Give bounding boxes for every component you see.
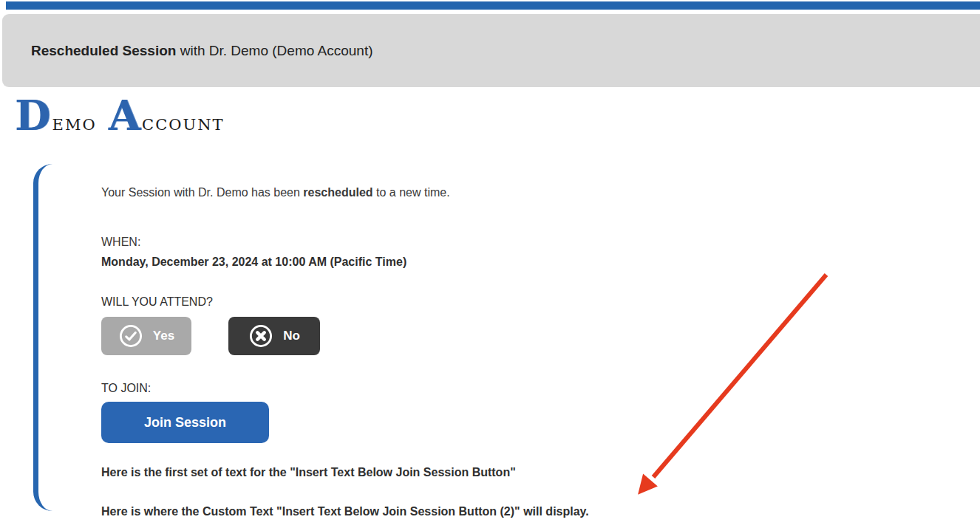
demo-account-logo: DEMOACCOUNT: [15, 95, 226, 136]
intro-text-bold: rescheduled: [303, 186, 372, 199]
no-button-label: No: [283, 329, 300, 343]
intro-text: Your Session with Dr. Demo has been resc…: [101, 186, 980, 199]
logo-account-initial: A: [109, 95, 140, 136]
attend-button-row: Yes No: [101, 317, 980, 355]
when-value: Monday, December 23, 2024 at 10:00 AM (P…: [101, 252, 980, 272]
attend-label: WILL YOU ATTEND?: [101, 294, 980, 310]
logo-demo-rest: EMO: [52, 116, 97, 134]
logo-account-rest: CCOUNT: [142, 116, 224, 134]
email-subject-header: Rescheduled Session with Dr. Demo (Demo …: [2, 14, 980, 87]
when-section: WHEN: Monday, December 23, 2024 at 10:00…: [101, 232, 980, 272]
top-accent-bar: [6, 1, 980, 10]
subject-title-rest: with Dr. Demo (Demo Account): [176, 43, 372, 58]
yes-button[interactable]: Yes: [101, 317, 191, 355]
subject-title: Rescheduled Session with Dr. Demo (Demo …: [31, 43, 373, 59]
logo-demo-initial: D: [15, 95, 51, 136]
tojoin-label: TO JOIN:: [101, 380, 980, 397]
intro-text-pre: Your Session with Dr. Demo has been: [101, 186, 303, 199]
intro-text-post: to a new time.: [373, 186, 450, 199]
email-body-quote-block: Your Session with Dr. Demo has been resc…: [33, 164, 980, 511]
custom-text-below-button-2: Here is where the Custom Text "Insert Te…: [101, 504, 980, 520]
no-button[interactable]: No: [228, 317, 320, 355]
email-preview-page: { "header": { "title_bold": "Rescheduled…: [0, 0, 980, 528]
circle-x-icon: [248, 323, 273, 349]
yes-button-label: Yes: [153, 329, 174, 343]
subject-title-bold: Rescheduled Session: [31, 43, 176, 58]
circle-check-icon: [118, 323, 143, 349]
when-label: WHEN:: [101, 232, 980, 252]
join-session-button[interactable]: Join Session: [101, 402, 269, 443]
custom-text-below-button-1: Here is the first set of text for the "I…: [101, 464, 980, 481]
